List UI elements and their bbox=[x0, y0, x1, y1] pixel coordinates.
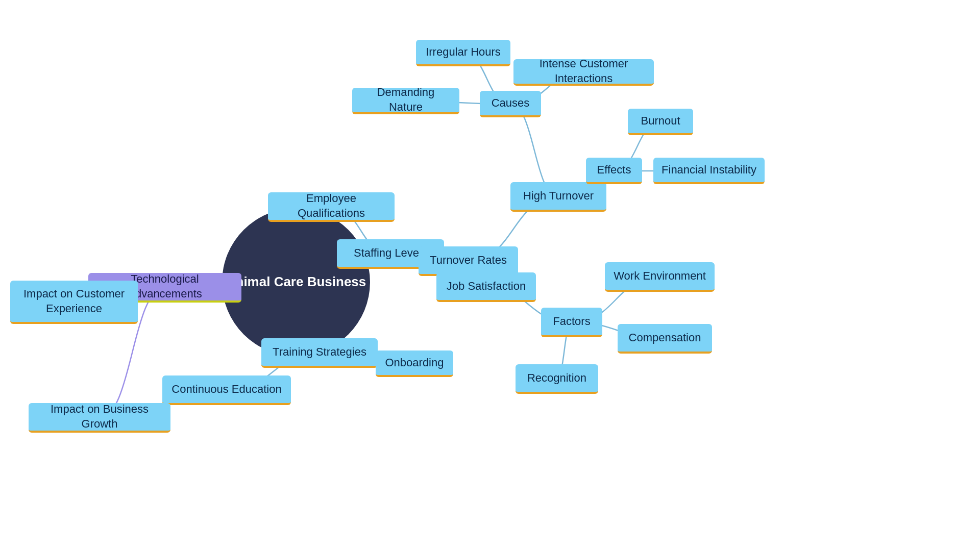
svg-text:Animal Care Business: Animal Care Business bbox=[226, 274, 366, 289]
mind-map-svg: Animal Care BusinessStaffing LevelsEmplo… bbox=[0, 0, 980, 551]
